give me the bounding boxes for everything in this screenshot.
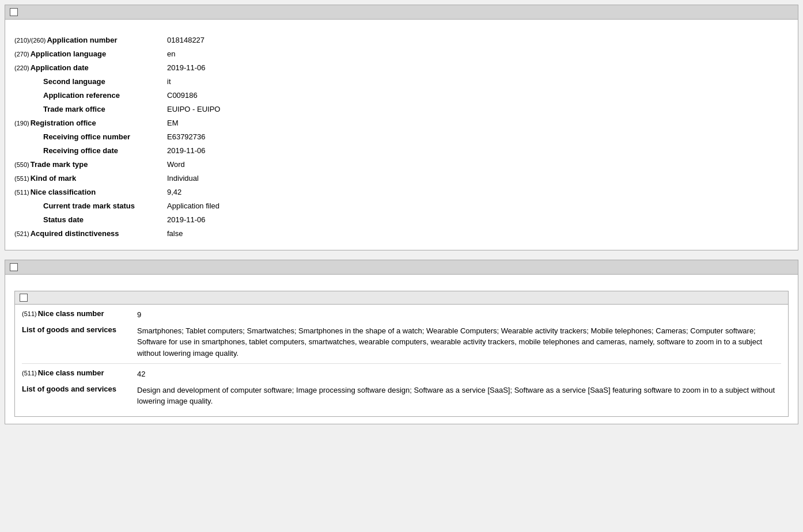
trademark-field-label-8: Receiving office date [14, 146, 167, 155]
trademark-field-row-0: (210)/(260)Application number018148227 [14, 36, 789, 47]
trademark-fields-container: (210)/(260)Application number018148227(2… [14, 36, 789, 241]
trademark-field-row-1: (270)Application languageen [14, 50, 789, 61]
trademark-field-value-13: 2019-11-06 [167, 215, 789, 224]
goods-section: (511)Nice class number9List of goods and… [5, 260, 798, 424]
field-label-text-9: Trade mark type [31, 160, 88, 169]
trademark-field-label-14: (521)Acquired distinctiveness [14, 229, 167, 238]
goods-label-text-0: Nice class number [38, 309, 104, 318]
goods-label-text-3: List of goods and services [22, 385, 116, 393]
field-code-1: (270) [14, 51, 29, 58]
field-code-14: (521) [14, 230, 29, 237]
goods-field-row-1: List of goods and servicesSmartphones; T… [22, 325, 781, 359]
trademark-field-value-0: 018148227 [167, 36, 789, 44]
trademark-field-value-6: EM [167, 119, 789, 127]
goods-field-value-1: Smartphones; Tablet computers; Smartwatc… [137, 325, 781, 359]
trademark-field-row-11: (511)Nice classification9,42 [14, 188, 789, 199]
trademark-field-row-9: (550)Trade mark typeWord [14, 160, 789, 172]
goods-code-0: (511) [22, 310, 37, 317]
field-code-0: (210)/(260) [14, 37, 46, 44]
trademark-field-row-7: Receiving office numberE63792736 [14, 132, 789, 144]
trademark-field-label-9: (550)Trade mark type [14, 160, 167, 169]
field-label-text-8: Receiving office date [43, 146, 118, 155]
goods-field-label-0: (511)Nice class number [22, 309, 137, 318]
field-code-2: (220) [14, 64, 29, 71]
en-collapse-icon[interactable] [20, 294, 28, 302]
field-label-text-7: Receiving office number [43, 132, 130, 141]
trademark-field-value-14: false [167, 229, 789, 238]
trademark-field-label-6: (190)Registration office [14, 119, 167, 127]
trademark-field-value-9: Word [167, 160, 789, 169]
field-label-text-11: Nice classification [31, 188, 96, 196]
en-section-body: (511)Nice class number9List of goods and… [15, 305, 788, 416]
field-label-text-10: Kind of mark [31, 174, 76, 183]
en-section: (511)Nice class number9List of goods and… [14, 291, 789, 417]
trademark-field-label-4: Application reference [14, 91, 167, 100]
trademark-field-label-12: Current trade mark status [14, 202, 167, 210]
goods-field-row-0: (511)Nice class number9 [22, 309, 781, 321]
goods-field-row-2: (511)Nice class number42 [22, 368, 781, 380]
trademark-field-label-7: Receiving office number [14, 132, 167, 141]
trademark-section: (210)/(260)Application number018148227(2… [5, 5, 798, 250]
field-code-9: (550) [14, 161, 29, 168]
goods-field-value-3: Design and development of computer softw… [137, 385, 781, 407]
goods-label-text-1: List of goods and services [22, 325, 116, 334]
trademark-field-value-5: EUIPO - EUIPO [167, 105, 789, 113]
trademark-field-row-12: Current trade mark statusApplication fil… [14, 202, 789, 213]
goods-field-row-3: List of goods and servicesDesign and dev… [22, 385, 781, 407]
field-label-text-3: Second language [43, 77, 105, 86]
trademark-field-row-3: Second languageit [14, 77, 789, 89]
field-label-text-2: Application date [31, 63, 89, 72]
field-label-text-12: Current trade mark status [43, 202, 135, 210]
field-code-11: (511) [14, 189, 29, 196]
field-code-10: (551) [14, 175, 29, 182]
goods-label-text-2: Nice class number [38, 368, 104, 377]
goods-collapse-icon[interactable] [10, 263, 18, 271]
trademark-collapse-icon[interactable] [10, 8, 18, 16]
goods-field-label-3: List of goods and services [22, 385, 137, 393]
field-code-6: (190) [14, 120, 29, 127]
trademark-field-label-1: (270)Application language [14, 50, 167, 58]
trademark-field-value-4: C009186 [167, 91, 789, 100]
trademark-field-row-4: Application referenceC009186 [14, 91, 789, 102]
goods-field-label-1: List of goods and services [22, 325, 137, 334]
goods-separator-2 [22, 363, 781, 364]
trademark-section-body: (210)/(260)Application number018148227(2… [5, 20, 798, 250]
goods-code-2: (511) [22, 370, 37, 377]
trademark-field-row-6: (190)Registration officeEM [14, 119, 789, 130]
trademark-field-row-13: Status date2019-11-06 [14, 215, 789, 227]
trademark-section-header [5, 5, 798, 20]
trademark-field-label-0: (210)/(260)Application number [14, 36, 167, 44]
en-section-header [15, 291, 788, 305]
field-label-text-4: Application reference [43, 91, 120, 100]
trademark-field-label-10: (551)Kind of mark [14, 174, 167, 183]
goods-section-body: (511)Nice class number9List of goods and… [5, 275, 798, 424]
trademark-field-row-10: (551)Kind of markIndividual [14, 174, 789, 185]
trademark-field-label-11: (511)Nice classification [14, 188, 167, 196]
trademark-field-value-1: en [167, 50, 789, 58]
trademark-field-value-10: Individual [167, 174, 789, 183]
trademark-field-row-2: (220)Application date2019-11-06 [14, 63, 789, 75]
trademark-field-label-13: Status date [14, 215, 167, 224]
field-label-text-13: Status date [43, 215, 84, 224]
trademark-field-row-5: Trade mark officeEUIPO - EUIPO [14, 105, 789, 116]
trademark-field-label-5: Trade mark office [14, 105, 167, 113]
field-label-text-14: Acquired distinctiveness [31, 229, 119, 238]
trademark-field-label-3: Second language [14, 77, 167, 86]
goods-section-header [5, 260, 798, 275]
trademark-field-value-3: it [167, 77, 789, 86]
field-label-text-6: Registration office [31, 119, 96, 127]
field-label-text-5: Trade mark office [43, 105, 105, 113]
trademark-field-value-8: 2019-11-06 [167, 146, 789, 155]
trademark-header-left [10, 8, 21, 16]
trademark-field-row-8: Receiving office date2019-11-06 [14, 146, 789, 158]
trademark-field-value-7: E63792736 [167, 132, 789, 141]
field-label-text-1: Application language [31, 50, 106, 58]
goods-field-value-2: 42 [137, 368, 781, 380]
goods-field-value-0: 9 [137, 309, 781, 321]
trademark-field-value-11: 9,42 [167, 188, 789, 196]
trademark-field-value-12: Application filed [167, 202, 789, 210]
goods-field-label-2: (511)Nice class number [22, 368, 137, 377]
trademark-field-value-2: 2019-11-06 [167, 63, 789, 72]
goods-header-left [10, 263, 24, 271]
trademark-field-label-2: (220)Application date [14, 63, 167, 72]
